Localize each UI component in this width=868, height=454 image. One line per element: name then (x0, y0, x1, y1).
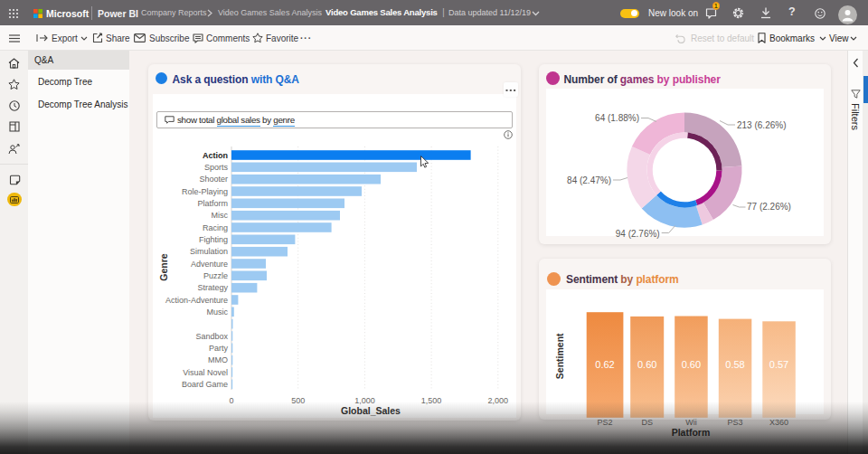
svg-text:Fighting: Fighting (199, 235, 228, 244)
svg-text:500: 500 (291, 396, 305, 405)
svg-text:Racing: Racing (203, 223, 228, 232)
svg-text:0.58: 0.58 (725, 359, 744, 370)
svg-text:Visual Novel: Visual Novel (183, 368, 228, 377)
svg-text:DS: DS (641, 418, 653, 427)
svg-text:Shooter: Shooter (199, 175, 228, 184)
svg-text:0.57: 0.57 (769, 359, 788, 370)
svg-text:Platform: Platform (197, 199, 228, 208)
svg-text:PS2: PS2 (597, 418, 612, 427)
svg-text:Action: Action (203, 151, 228, 160)
svg-text:Sports: Sports (204, 163, 229, 172)
svg-text:1,000: 1,000 (354, 396, 375, 405)
svg-text:Simulation: Simulation (190, 247, 228, 256)
svg-text:X360: X360 (769, 418, 788, 427)
svg-text:77 (2.26%): 77 (2.26%) (747, 202, 791, 212)
svg-text:Music: Music (206, 307, 228, 317)
svg-text:Party: Party (209, 344, 229, 353)
svg-text:64 (1.88%): 64 (1.88%) (595, 113, 639, 123)
svg-text:0.60: 0.60 (682, 359, 701, 370)
svg-text:Strategy: Strategy (197, 283, 228, 292)
svg-text:Global_Sales: Global_Sales (341, 405, 401, 416)
svg-text:PS3: PS3 (727, 418, 742, 427)
svg-text:MMO: MMO (208, 355, 228, 364)
svg-text:84 (2.47%): 84 (2.47%) (567, 175, 611, 185)
svg-text:Action-Adventure: Action-Adventure (165, 296, 228, 305)
svg-text:Platform: Platform (672, 427, 711, 438)
svg-text:94 (2.76%): 94 (2.76%) (616, 229, 660, 239)
svg-text:0.62: 0.62 (595, 359, 614, 370)
svg-text:213 (6.26%): 213 (6.26%) (737, 120, 786, 130)
svg-text:Adventure: Adventure (191, 260, 228, 269)
svg-text:Puzzle: Puzzle (203, 271, 228, 280)
svg-text:Sandbox: Sandbox (195, 332, 228, 341)
svg-text:Genre: Genre (158, 253, 169, 281)
svg-text:Board Game: Board Game (182, 380, 228, 389)
svg-text:Wii: Wii (685, 418, 697, 427)
svg-text:0: 0 (229, 396, 233, 405)
svg-text:Misc: Misc (212, 211, 229, 220)
svg-text:Sentiment: Sentiment (554, 333, 565, 379)
svg-text:0.60: 0.60 (637, 359, 656, 370)
svg-text:2,000: 2,000 (488, 396, 509, 405)
svg-text:Role-Playing: Role-Playing (182, 187, 228, 196)
svg-text:1,500: 1,500 (421, 396, 442, 405)
